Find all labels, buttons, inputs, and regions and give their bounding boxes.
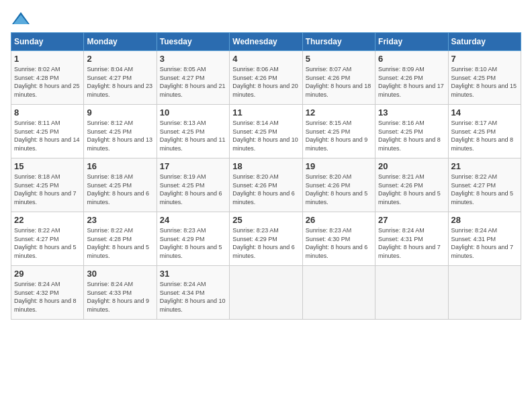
calendar-day-cell: 18 Sunrise: 8:20 AMSunset: 4:26 PMDaylig… — [230, 158, 302, 212]
day-number: 17 — [160, 161, 226, 171]
calendar-day-cell — [302, 266, 375, 320]
day-number: 8 — [14, 107, 81, 118]
logo — [11, 11, 34, 27]
calendar-day-cell: 3 Sunrise: 8:05 AMSunset: 4:27 PMDayligh… — [157, 51, 229, 105]
day-info: Sunrise: 8:22 AMSunset: 4:28 PMDaylight:… — [87, 227, 149, 259]
day-info: Sunrise: 8:21 AMSunset: 4:26 PMDaylight:… — [378, 173, 441, 205]
day-number: 20 — [378, 161, 445, 171]
day-number: 28 — [451, 215, 518, 225]
calendar-day-cell: 10 Sunrise: 8:13 AMSunset: 4:25 PMDaylig… — [157, 105, 229, 158]
day-info: Sunrise: 8:10 AMSunset: 4:25 PMDaylight:… — [451, 66, 517, 98]
calendar-day-cell: 26 Sunrise: 8:23 AMSunset: 4:30 PMDaylig… — [302, 212, 375, 266]
calendar-day-cell: 9 Sunrise: 8:12 AMSunset: 4:25 PMDayligh… — [84, 105, 157, 158]
day-info: Sunrise: 8:24 AMSunset: 4:31 PMDaylight:… — [451, 227, 514, 259]
calendar-day-cell: 4 Sunrise: 8:06 AMSunset: 4:26 PMDayligh… — [230, 51, 302, 105]
day-number: 21 — [451, 161, 518, 171]
day-number: 12 — [306, 107, 372, 118]
calendar-week-row: 29 Sunrise: 8:24 AMSunset: 4:32 PMDaylig… — [11, 266, 521, 320]
calendar-day-cell: 5 Sunrise: 8:07 AMSunset: 4:26 PMDayligh… — [302, 51, 375, 105]
day-info: Sunrise: 8:05 AMSunset: 4:27 PMDaylight:… — [160, 66, 226, 98]
day-info: Sunrise: 8:18 AMSunset: 4:25 PMDaylight:… — [87, 173, 149, 205]
calendar-day-cell: 15 Sunrise: 8:18 AMSunset: 4:25 PMDaylig… — [11, 158, 84, 212]
day-info: Sunrise: 8:18 AMSunset: 4:25 PMDaylight:… — [14, 173, 77, 205]
weekday-header: Tuesday — [157, 33, 229, 51]
calendar-day-cell: 2 Sunrise: 8:04 AMSunset: 4:27 PMDayligh… — [84, 51, 157, 105]
day-number: 9 — [87, 107, 153, 118]
calendar-day-cell: 20 Sunrise: 8:21 AMSunset: 4:26 PMDaylig… — [375, 158, 448, 212]
calendar-day-cell: 6 Sunrise: 8:09 AMSunset: 4:26 PMDayligh… — [375, 51, 448, 105]
day-info: Sunrise: 8:06 AMSunset: 4:26 PMDaylight:… — [232, 66, 298, 98]
calendar-day-cell — [230, 266, 302, 320]
day-info: Sunrise: 8:22 AMSunset: 4:27 PMDaylight:… — [14, 227, 77, 259]
day-number: 6 — [378, 54, 445, 64]
calendar-day-cell: 31 Sunrise: 8:24 AMSunset: 4:34 PMDaylig… — [157, 266, 229, 320]
day-info: Sunrise: 8:16 AMSunset: 4:25 PMDaylight:… — [378, 120, 441, 152]
weekday-header-row: SundayMondayTuesdayWednesdayThursdayFrid… — [11, 33, 521, 51]
day-info: Sunrise: 8:22 AMSunset: 4:27 PMDaylight:… — [451, 173, 514, 205]
day-number: 24 — [160, 215, 226, 225]
day-info: Sunrise: 8:15 AMSunset: 4:25 PMDaylight:… — [306, 120, 368, 152]
day-number: 7 — [451, 54, 518, 64]
calendar-day-cell: 29 Sunrise: 8:24 AMSunset: 4:32 PMDaylig… — [11, 266, 84, 320]
day-info: Sunrise: 8:12 AMSunset: 4:25 PMDaylight:… — [87, 120, 152, 152]
page-header — [11, 11, 521, 27]
day-number: 15 — [14, 161, 81, 171]
day-number: 23 — [87, 215, 153, 225]
day-number: 29 — [14, 269, 81, 279]
calendar-day-cell — [448, 266, 521, 320]
calendar-day-cell: 21 Sunrise: 8:22 AMSunset: 4:27 PMDaylig… — [448, 158, 521, 212]
day-info: Sunrise: 8:24 AMSunset: 4:31 PMDaylight:… — [378, 227, 441, 259]
day-number: 31 — [160, 269, 226, 279]
day-info: Sunrise: 8:04 AMSunset: 4:27 PMDaylight:… — [87, 66, 152, 98]
calendar-day-cell: 28 Sunrise: 8:24 AMSunset: 4:31 PMDaylig… — [448, 212, 521, 266]
calendar-week-row: 8 Sunrise: 8:11 AMSunset: 4:25 PMDayligh… — [11, 105, 521, 158]
day-number: 22 — [14, 215, 81, 225]
calendar-day-cell: 19 Sunrise: 8:20 AMSunset: 4:26 PMDaylig… — [302, 158, 375, 212]
day-info: Sunrise: 8:24 AMSunset: 4:33 PMDaylight:… — [87, 281, 149, 313]
day-number: 11 — [232, 107, 299, 118]
day-number: 3 — [160, 54, 226, 64]
day-info: Sunrise: 8:09 AMSunset: 4:26 PMDaylight:… — [378, 66, 444, 98]
day-number: 19 — [306, 161, 372, 171]
day-number: 13 — [378, 107, 445, 118]
day-number: 4 — [232, 54, 299, 64]
day-info: Sunrise: 8:02 AMSunset: 4:28 PMDaylight:… — [14, 66, 80, 98]
day-number: 1 — [14, 54, 81, 64]
day-number: 30 — [87, 269, 153, 279]
weekday-header: Friday — [375, 33, 448, 51]
calendar-table: SundayMondayTuesdayWednesdayThursdayFrid… — [11, 32, 521, 320]
weekday-header: Monday — [84, 33, 157, 51]
calendar-day-cell: 1 Sunrise: 8:02 AMSunset: 4:28 PMDayligh… — [11, 51, 84, 105]
day-info: Sunrise: 8:11 AMSunset: 4:25 PMDaylight:… — [14, 120, 80, 152]
day-number: 2 — [87, 54, 153, 64]
day-info: Sunrise: 8:20 AMSunset: 4:26 PMDaylight:… — [232, 173, 295, 205]
calendar-day-cell: 22 Sunrise: 8:22 AMSunset: 4:27 PMDaylig… — [11, 212, 84, 266]
day-info: Sunrise: 8:23 AMSunset: 4:29 PMDaylight:… — [232, 227, 295, 259]
day-number: 16 — [87, 161, 153, 171]
day-number: 10 — [160, 107, 226, 118]
logo-icon — [11, 11, 31, 27]
day-info: Sunrise: 8:17 AMSunset: 4:25 PMDaylight:… — [451, 120, 514, 152]
day-info: Sunrise: 8:24 AMSunset: 4:34 PMDaylight:… — [160, 281, 226, 313]
calendar-day-cell: 12 Sunrise: 8:15 AMSunset: 4:25 PMDaylig… — [302, 105, 375, 158]
calendar-day-cell: 13 Sunrise: 8:16 AMSunset: 4:25 PMDaylig… — [375, 105, 448, 158]
day-info: Sunrise: 8:14 AMSunset: 4:25 PMDaylight:… — [232, 120, 298, 152]
weekday-header: Wednesday — [230, 33, 302, 51]
day-number: 14 — [451, 107, 518, 118]
day-info: Sunrise: 8:20 AMSunset: 4:26 PMDaylight:… — [306, 173, 368, 205]
calendar-day-cell: 8 Sunrise: 8:11 AMSunset: 4:25 PMDayligh… — [11, 105, 84, 158]
calendar-day-cell: 11 Sunrise: 8:14 AMSunset: 4:25 PMDaylig… — [230, 105, 302, 158]
calendar-week-row: 1 Sunrise: 8:02 AMSunset: 4:28 PMDayligh… — [11, 51, 521, 105]
day-info: Sunrise: 8:23 AMSunset: 4:30 PMDaylight:… — [306, 227, 368, 259]
day-info: Sunrise: 8:19 AMSunset: 4:25 PMDaylight:… — [160, 173, 222, 205]
calendar-day-cell: 7 Sunrise: 8:10 AMSunset: 4:25 PMDayligh… — [448, 51, 521, 105]
day-number: 27 — [378, 215, 445, 225]
calendar-day-cell: 14 Sunrise: 8:17 AMSunset: 4:25 PMDaylig… — [448, 105, 521, 158]
calendar-day-cell — [375, 266, 448, 320]
day-number: 25 — [232, 215, 299, 225]
calendar-week-row: 15 Sunrise: 8:18 AMSunset: 4:25 PMDaylig… — [11, 158, 521, 212]
day-info: Sunrise: 8:24 AMSunset: 4:32 PMDaylight:… — [14, 281, 77, 313]
calendar-day-cell: 24 Sunrise: 8:23 AMSunset: 4:29 PMDaylig… — [157, 212, 229, 266]
calendar-day-cell: 30 Sunrise: 8:24 AMSunset: 4:33 PMDaylig… — [84, 266, 157, 320]
calendar-day-cell: 17 Sunrise: 8:19 AMSunset: 4:25 PMDaylig… — [157, 158, 229, 212]
